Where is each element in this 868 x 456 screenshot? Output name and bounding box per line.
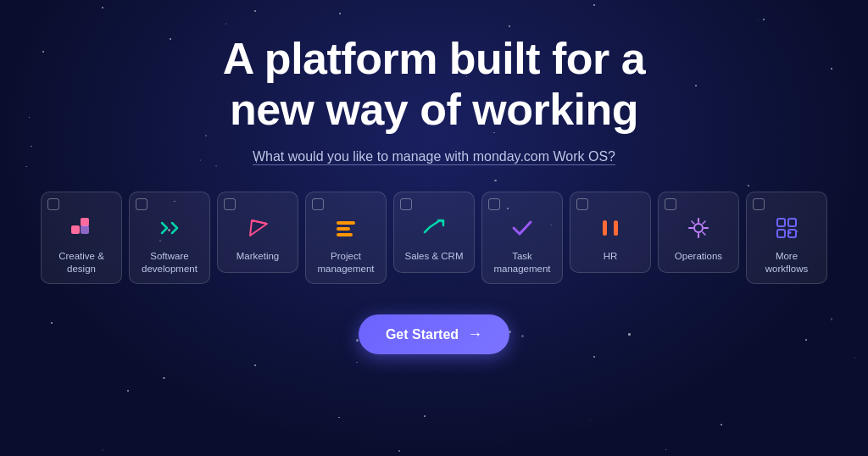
subtitle-suffix: ? <box>608 149 615 165</box>
card-checkbox[interactable] <box>665 198 676 210</box>
card-label: Marketing <box>236 250 280 263</box>
card-checkbox[interactable] <box>488 198 500 210</box>
category-cards-row: Creative &design Softwaredevelopment <box>41 192 827 285</box>
card-hr[interactable]: HR <box>570 192 651 273</box>
card-more-workflows[interactable]: Moreworkflows <box>746 192 827 285</box>
headline-line1: A platform built for a <box>223 34 645 83</box>
card-label: Operations <box>675 250 722 263</box>
subtitle-brand: monday.com Work OS <box>473 149 608 165</box>
svg-rect-7 <box>337 233 353 236</box>
main-content: A platform built for a new way of workin… <box>0 0 868 354</box>
svg-line-17 <box>692 221 694 224</box>
card-checkbox[interactable] <box>47 198 59 210</box>
card-task-management[interactable]: Taskmanagement <box>481 192 563 285</box>
card-project-management[interactable]: Projectmanagement <box>305 192 387 285</box>
sales-crm-icon <box>420 213 448 243</box>
svg-rect-6 <box>337 227 350 231</box>
svg-point-12 <box>694 224 703 232</box>
card-checkbox[interactable] <box>312 198 324 210</box>
get-started-button[interactable]: Get Started → <box>359 314 509 354</box>
subtitle-prefix: What would you like to manage with <box>253 149 473 165</box>
card-label: Softwaredevelopment <box>142 250 198 275</box>
svg-rect-20 <box>777 219 785 226</box>
svg-rect-22 <box>777 230 785 237</box>
card-checkbox[interactable] <box>753 198 765 210</box>
hr-icon <box>596 213 625 243</box>
task-management-icon <box>508 213 537 243</box>
svg-line-18 <box>703 232 705 235</box>
card-label: HR <box>604 250 618 263</box>
svg-rect-9 <box>603 220 607 228</box>
svg-rect-21 <box>788 219 796 226</box>
project-management-icon <box>331 213 360 243</box>
headline-line2: new way of working <box>230 85 638 134</box>
more-workflows-icon <box>772 213 801 243</box>
card-label: Projectmanagement <box>317 250 374 275</box>
card-operations[interactable]: Operations <box>658 192 739 273</box>
card-checkbox[interactable] <box>400 198 412 210</box>
svg-rect-5 <box>337 221 355 225</box>
card-label: Creative &design <box>58 250 104 275</box>
card-checkbox[interactable] <box>576 198 588 210</box>
card-checkbox[interactable] <box>136 198 147 210</box>
marketing-icon <box>243 213 272 243</box>
svg-line-19 <box>703 221 705 224</box>
card-sales-crm[interactable]: Sales & CRM <box>393 192 475 273</box>
svg-rect-1 <box>81 218 89 226</box>
card-checkbox[interactable] <box>224 198 236 210</box>
card-creative-design[interactable]: Creative &design <box>41 192 122 285</box>
cta-label: Get Started <box>386 327 459 342</box>
card-label: Taskmanagement <box>493 250 550 275</box>
svg-line-4 <box>252 220 267 224</box>
software-development-icon <box>155 213 184 243</box>
subtitle: What would you like to manage with monda… <box>253 149 615 164</box>
svg-rect-2 <box>81 225 89 234</box>
main-headline: A platform built for a new way of workin… <box>223 34 645 136</box>
card-label: Sales & CRM <box>404 250 463 263</box>
card-software-development[interactable]: Softwaredevelopment <box>129 192 210 285</box>
card-label: Moreworkflows <box>765 250 808 275</box>
operations-icon <box>684 213 713 243</box>
arrow-icon: → <box>467 325 482 343</box>
svg-rect-11 <box>614 225 618 236</box>
creative-design-icon <box>67 213 96 243</box>
card-marketing[interactable]: Marketing <box>217 192 298 273</box>
svg-rect-0 <box>71 225 80 234</box>
